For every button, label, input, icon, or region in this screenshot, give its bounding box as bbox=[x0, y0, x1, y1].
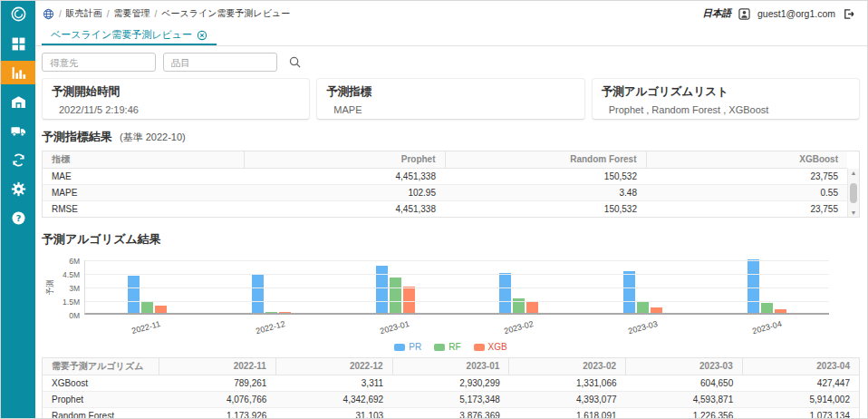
y-axis-tick-label: 1.5M bbox=[63, 297, 80, 307]
table-cell: 23,755 bbox=[646, 168, 847, 184]
x-axis-label: 2023-02 bbox=[503, 319, 534, 336]
page-content: 予測開始時間 2022/11/5 2:19:46 予測指標 MAPE 予測アルゴ… bbox=[35, 46, 867, 418]
globe-icon bbox=[43, 8, 54, 20]
user-email[interactable]: guest1@org1.com bbox=[757, 8, 835, 19]
column-header: 2023-02 bbox=[509, 358, 626, 375]
search-button[interactable] bbox=[288, 55, 302, 69]
table-cell: 1,226,356 bbox=[626, 407, 743, 418]
tab-close-icon[interactable] bbox=[197, 30, 207, 41]
sidebar-item-help[interactable]: ? bbox=[1, 206, 35, 229]
card-forecast-start-time: 予測開始時間 2022/11/5 2:19:46 bbox=[42, 78, 310, 120]
table-cell: 5,914,002 bbox=[742, 391, 859, 407]
bar-group-2022-11 bbox=[85, 260, 209, 313]
table-cell: 604,650 bbox=[626, 375, 743, 391]
sidebar-item-sync[interactable] bbox=[1, 148, 35, 171]
y-axis-tick-label: 3M bbox=[69, 284, 80, 293]
x-slot: 2022-12 bbox=[208, 317, 333, 334]
x-slot: 2023-01 bbox=[333, 317, 457, 334]
table-cell: 150,532 bbox=[445, 200, 646, 217]
bar-xgb-2022-11 bbox=[155, 306, 167, 313]
bar-pr-2023-04 bbox=[747, 259, 759, 313]
sidebar-item-dashboard[interactable] bbox=[1, 32, 35, 55]
metrics-baseline-label: (基準 2022-10) bbox=[120, 131, 186, 144]
table-cell: XGBoost bbox=[43, 375, 159, 391]
legend-item-xgb[interactable]: XGB bbox=[474, 342, 507, 352]
gridline bbox=[85, 301, 829, 302]
scrollbar-up-arrow[interactable]: ▲ bbox=[851, 170, 857, 176]
bar-group-2022-12 bbox=[209, 260, 333, 313]
breadcrumb-item[interactable]: 販売計画 bbox=[66, 7, 102, 20]
sidebar-item-truck[interactable] bbox=[1, 119, 35, 142]
table-cell: 102.95 bbox=[244, 184, 445, 200]
logo-icon bbox=[10, 5, 27, 23]
x-axis-label: 2022-12 bbox=[255, 319, 285, 336]
search-icon bbox=[288, 55, 302, 69]
legend-item-rf[interactable]: RF bbox=[434, 342, 460, 352]
svg-text:?: ? bbox=[15, 212, 21, 222]
bar-group-2023-02 bbox=[457, 260, 581, 313]
x-axis-label: 2023-04 bbox=[751, 319, 782, 336]
y-axis-tick-label: 0M bbox=[69, 311, 80, 320]
column-header: 2022-12 bbox=[275, 358, 392, 375]
topbar: /販売計画/需要管理/ベースライン需要予測レビュー 日本語 guest1@org… bbox=[35, 1, 867, 26]
bar-group-2023-01 bbox=[333, 260, 458, 313]
plot-column: 2022-112022-122023-012023-022023-032023-… bbox=[84, 260, 829, 334]
breadcrumb-item[interactable]: ベースライン需要予測レビュー bbox=[161, 7, 290, 20]
topbar-right: 日本語 guest1@org1.com bbox=[703, 7, 854, 20]
logout-icon[interactable] bbox=[843, 8, 854, 20]
summary-cards: 予測開始時間 2022/11/5 2:19:46 予測指標 MAPE 予測アルゴ… bbox=[42, 78, 860, 120]
column-header: XGBoost bbox=[646, 151, 847, 168]
scrollbar-down-arrow[interactable]: ▼ bbox=[851, 210, 857, 216]
table-cell: MAE bbox=[43, 168, 244, 184]
sync-icon bbox=[11, 152, 26, 168]
tab-label: ベースライン需要予測レビュー bbox=[51, 28, 192, 42]
language-selector[interactable]: 日本語 bbox=[703, 7, 732, 20]
bar-group-2023-04 bbox=[705, 260, 829, 313]
table-header-row: 需要予測アルゴリズム2022-112022-122023-012023-0220… bbox=[43, 358, 859, 375]
gridline bbox=[85, 287, 829, 288]
card-title: 予測アルゴリズムリスト bbox=[602, 84, 850, 100]
gridline bbox=[85, 274, 829, 275]
scrollbar-thumb[interactable] bbox=[850, 183, 857, 203]
main-area: /販売計画/需要管理/ベースライン需要予測レビュー 日本語 guest1@org… bbox=[35, 1, 867, 418]
table-header-row: 指標ProphetRandom ForestXGBoost bbox=[43, 151, 847, 168]
table-cell: 4,076,766 bbox=[159, 391, 276, 407]
item-filter-input[interactable] bbox=[163, 53, 277, 72]
tab-baseline-forecast-review[interactable]: ベースライン需要予測レビュー bbox=[42, 26, 217, 45]
sidebar-item-warehouse[interactable] bbox=[1, 90, 35, 113]
column-header: 2022-11 bbox=[159, 358, 276, 375]
y-axis-tick-label: 6M bbox=[69, 257, 80, 266]
bar-chart-icon bbox=[11, 65, 26, 81]
table-cell: 23,755 bbox=[646, 200, 847, 217]
warehouse-icon bbox=[11, 94, 26, 110]
legend-item-pr[interactable]: PR bbox=[394, 342, 421, 352]
table-row: RMSE4,451,338150,53223,755 bbox=[43, 200, 847, 217]
x-slot: 2023-04 bbox=[705, 317, 829, 334]
dashboard-icon bbox=[11, 36, 26, 52]
bar-rf-2023-03 bbox=[637, 302, 649, 313]
table-cell: 3,311 bbox=[275, 375, 392, 391]
settings-icon bbox=[11, 181, 26, 197]
algorithm-results-chart: 予測 6M4.5M3M1.5M0M 2022-112022-122023-012… bbox=[45, 260, 829, 334]
bar-xgb-2023-04 bbox=[775, 309, 786, 313]
metrics-section-title: 予測指標結果 bbox=[42, 129, 112, 145]
breadcrumb-item[interactable]: 需要管理 bbox=[114, 7, 150, 20]
sidebar-item-bar-chart[interactable] bbox=[1, 61, 35, 84]
table-cell: 4,451,338 bbox=[244, 200, 445, 217]
x-axis-label: 2023-01 bbox=[379, 319, 410, 336]
metrics-table: 指標ProphetRandom ForestXGBoostMAE4,451,33… bbox=[43, 151, 847, 217]
table-cell: 4,593,871 bbox=[626, 391, 743, 407]
breadcrumb: /販売計画/需要管理/ベースライン需要予測レビュー bbox=[43, 7, 703, 20]
app-window: ? /販売計画/需要管理/ベースライン需要予測レビュー 日本語 gu bbox=[0, 0, 868, 419]
x-axis-labels: 2022-112022-122023-012023-022023-032023-… bbox=[84, 317, 829, 334]
table-cell: 4,393,077 bbox=[509, 391, 626, 407]
metrics-table-scrollbar[interactable]: ▲ ▼ bbox=[847, 169, 859, 217]
bar-xgb-2023-03 bbox=[651, 307, 662, 313]
bar-pr-2022-12 bbox=[252, 274, 264, 313]
sidebar-item-settings[interactable] bbox=[1, 177, 35, 200]
customer-filter-input[interactable] bbox=[42, 53, 156, 72]
x-slot: 2023-03 bbox=[581, 317, 705, 334]
bar-pr-2022-11 bbox=[128, 276, 140, 313]
x-axis-label: 2022-11 bbox=[131, 319, 162, 336]
table-cell: 1,618,091 bbox=[509, 407, 626, 418]
